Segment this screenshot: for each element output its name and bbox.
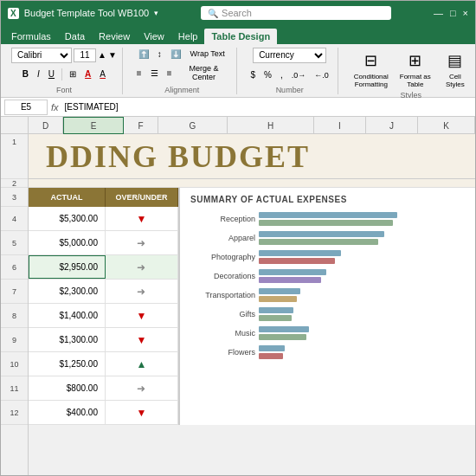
comma-button[interactable]: , [277,68,286,81]
cell-styles-icon: ▤ [445,50,466,71]
increase-decimal-button[interactable]: .0→ [288,69,310,81]
font-color-button[interactable]: A [96,68,109,80]
dropdown-icon: ▾ [154,9,158,17]
over-under-cell-5: ▼ [106,328,178,351]
tab-review[interactable]: Review [92,29,137,44]
workbook-title: Budget Template Tool WB100 [24,8,150,18]
arrow-right-icon-7: ➜ [137,383,145,395]
column-headers: D E F G H I J K [1,117,475,134]
table-row-selected[interactable]: $2,950.00 ➜ [29,255,178,280]
font-size-increase[interactable]: ▲ [98,50,106,60]
cell-styles-button[interactable]: ▤ Cell Styles [437,48,473,91]
styles-group: ⊟ Conditional Formatting ⊞ Format as Tab… [344,48,476,94]
cell-reference-input[interactable] [4,100,48,115]
percent-button[interactable]: % [261,68,275,81]
actual-header: ACTUAL [29,188,106,207]
chart-bar [259,307,293,313]
conditional-formatting-button[interactable]: ⊟ Conditional Formatting [349,48,394,91]
title-bar: X Budget Template Tool WB100 ▾ 🔍 Search … [1,1,475,25]
cell-styles-label: Cell Styles [441,73,469,88]
format-as-table-icon: ⊞ [405,50,426,71]
row-num-6: 6 [1,255,28,280]
arrow-up-icon-6: ▲ [137,358,147,370]
over-under-cell-0: ▼ [106,207,178,230]
align-right-button[interactable]: ≡ [164,67,176,80]
tab-formulas[interactable]: Formulas [4,29,58,44]
merge-center-button[interactable]: Merge & Center [177,62,231,83]
close-button[interactable]: × [463,8,468,18]
table-row[interactable]: $1,250.00 ▲ [29,352,178,376]
row-num-5: 5 [1,231,28,255]
excel-logo: X [8,8,19,19]
maximize-button[interactable]: □ [450,8,456,18]
col-header-e[interactable]: E [63,117,124,134]
font-family-select[interactable]: Calibri [11,48,72,63]
alignment-group: ⬆️ ↕ ⬇️ Wrap Text ≡ ☰ ≡ Merge & Center A… [128,48,237,94]
table-row[interactable]: $800.00 ➜ [29,376,178,401]
minimize-button[interactable]: — [434,8,443,18]
col-header-h[interactable]: H [228,117,314,134]
row-num-header [1,117,29,133]
row-num-7: 7 [1,280,28,304]
fill-color-button[interactable]: A [81,68,94,80]
decrease-decimal-button[interactable]: ←.0 [311,69,332,81]
table-row[interactable]: $5,000.00 ➜ [29,231,178,255]
format-as-table-label: Format as Table [400,73,431,88]
actual-cell-6: $1,250.00 [29,352,106,376]
col-header-f[interactable]: F [124,117,158,134]
align-center-button[interactable]: ☰ [147,67,162,80]
table-row[interactable]: $5,300.00 ▼ [29,207,178,231]
table-row[interactable]: $400.00 ▼ [29,401,178,425]
conditional-formatting-label: Conditional Formatting [353,73,389,88]
arrow-right-icon-2: ➜ [137,261,145,273]
chart-bars [259,288,465,302]
tab-table-design[interactable]: Table Design [204,29,277,44]
table-row[interactable]: $1,400.00 ▼ [29,304,178,328]
bold-button[interactable]: B [19,68,32,80]
tab-help[interactable]: Help [171,29,205,44]
wrap-text-button[interactable]: Wrap Text [186,48,229,60]
left-table: ACTUAL OVER/UNDER $5,300.00 ▼ $5,000.00 … [29,188,180,425]
row-num-10: 10 [1,352,28,376]
align-bottom-button[interactable]: ⬇️ [167,48,184,61]
chart-bars [259,269,465,283]
table-row[interactable]: $2,300.00 ➜ [29,280,178,304]
search-box[interactable]: 🔍 Search [201,6,391,20]
budget-title: DDING BUDGET [46,138,310,175]
over-under-cell-6: ▲ [106,352,178,376]
align-row-2: ≡ ☰ ≡ Merge & Center [133,62,231,83]
currency-button[interactable]: $ [248,68,260,81]
over-under-cell-3: ➜ [106,280,178,303]
chart-bars [259,231,465,245]
chart-bar [259,239,378,245]
format-as-table-button[interactable]: ⊞ Format as Table [396,48,435,91]
table-row[interactable]: $1,300.00 ▼ [29,328,178,352]
chart-title: SUMMARY OF ACTUAL EXPENSES [190,195,465,204]
italic-button[interactable]: I [34,68,43,80]
col-header-d[interactable]: D [29,117,63,134]
underline-button[interactable]: U [45,68,58,80]
col-header-g[interactable]: G [158,117,228,134]
align-middle-button[interactable]: ↕ [154,48,165,61]
number-group-label: Number [276,86,304,94]
chart-row: Flowers [190,344,465,360]
row-num-12: 12 [1,401,28,425]
tab-data[interactable]: Data [58,29,92,44]
align-left-button[interactable]: ≡ [133,67,145,80]
border-button[interactable]: ⊞ [66,68,80,80]
chart-bar [259,220,393,226]
chart-label: Decorations [190,272,255,280]
align-top-button[interactable]: ⬆️ [135,48,152,61]
over-under-cell-1: ➜ [106,231,178,254]
number-format-select[interactable]: Currency [253,48,326,63]
ribbon: Calibri ▲ ▼ B I U ⊞ A A [1,44,475,98]
col-header-k[interactable]: K [418,117,475,134]
tab-view[interactable]: View [137,29,171,44]
col-header-j[interactable]: J [366,117,418,134]
col-header-i[interactable]: I [314,117,366,134]
fx-label: fx [51,102,59,113]
font-size-decrease[interactable]: ▼ [108,50,117,60]
font-size-input[interactable] [74,48,96,62]
spreadsheet-grid: DDING BUDGET ACTUAL OVER/UNDER $5,300.00 [29,134,475,475]
chart-bar [259,345,285,351]
